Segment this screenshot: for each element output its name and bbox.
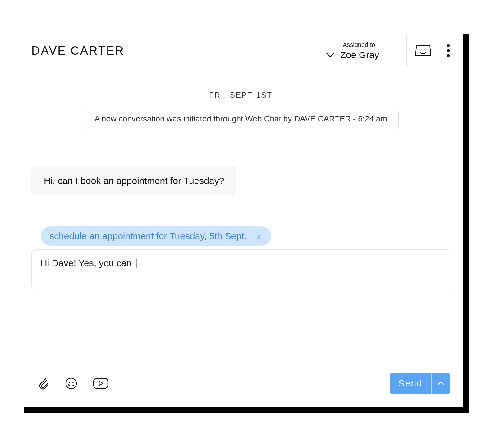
video-icon[interactable] — [93, 378, 108, 389]
more-vertical-icon[interactable] — [447, 44, 450, 57]
chevron-up-icon — [437, 381, 445, 386]
chevron-down-icon — [326, 52, 335, 58]
send-button-group: Send — [390, 373, 450, 394]
text-cursor: | — [135, 258, 138, 268]
message-input-value: Hi Dave! Yes, you can — [40, 258, 134, 268]
compose-toolbar: Send — [19, 364, 463, 407]
svg-marker-7 — [99, 381, 103, 386]
assigned-to-block: Assigned to Zoe Gray — [326, 41, 379, 60]
system-note: A new conversation was initiated through… — [83, 109, 399, 129]
suggestion-close-icon[interactable]: x — [255, 231, 263, 241]
svg-point-2 — [447, 54, 450, 57]
send-button[interactable]: Send — [390, 373, 431, 394]
assignee-name: Zoe Gray — [340, 50, 379, 60]
send-options-button[interactable] — [431, 373, 450, 394]
svg-point-1 — [447, 49, 450, 52]
svg-point-3 — [66, 378, 76, 389]
svg-rect-6 — [94, 378, 108, 388]
assigned-to-label: Assigned to — [343, 41, 375, 48]
suggestion-chip[interactable]: schedule an appointment for Tuesday, 5th… — [41, 226, 271, 246]
message-input[interactable]: Hi Dave! Yes, you can | — [31, 249, 450, 290]
date-separator-label: FRI, SEPT 1ST — [209, 91, 273, 99]
incoming-message: Hi, can I book an appointment for Tuesda… — [31, 166, 236, 195]
header-divider — [406, 35, 407, 66]
suggestion-text: schedule an appointment for Tuesday, 5th… — [49, 231, 247, 241]
date-separator: FRI, SEPT 1ST — [28, 91, 453, 99]
emoji-icon[interactable] — [65, 377, 77, 390]
customer-name: DAVE CARTER — [31, 44, 125, 57]
svg-point-5 — [72, 382, 74, 383]
assignee-dropdown[interactable]: Zoe Gray — [326, 50, 379, 60]
chat-header: DAVE CARTER Assigned to Zoe Gray — [19, 28, 463, 73]
attachment-icon[interactable] — [38, 377, 49, 390]
svg-point-0 — [447, 44, 450, 47]
inbox-icon[interactable] — [415, 44, 431, 57]
svg-point-4 — [69, 382, 70, 383]
chat-panel: DAVE CARTER Assigned to Zoe Gray — [19, 28, 463, 407]
